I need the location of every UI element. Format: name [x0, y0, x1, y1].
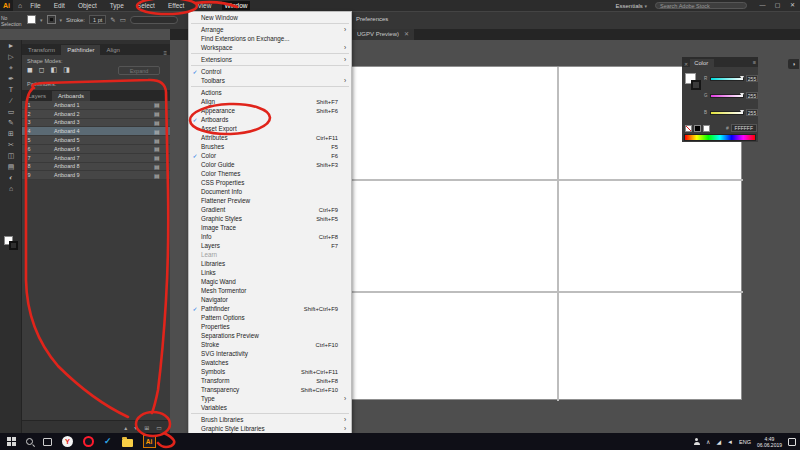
- green-slider[interactable]: [710, 94, 744, 98]
- menu-item-stroke[interactable]: StrokeCtrl+F10: [189, 340, 351, 349]
- menu-type[interactable]: Type: [108, 1, 126, 10]
- menu-item-artboards[interactable]: ✓Artboards: [189, 115, 351, 124]
- tool-icon[interactable]: ✒: [0, 73, 22, 84]
- artboard-row[interactable]: 2Artboard 2▤: [22, 110, 170, 119]
- people-icon[interactable]: [693, 438, 700, 445]
- menu-item-flattener-preview[interactable]: Flattener Preview: [189, 196, 351, 205]
- document-tab[interactable]: UGPV Preview) ✕: [352, 29, 414, 40]
- artboard-page-icon[interactable]: ▤: [154, 154, 170, 161]
- artboard-page-icon[interactable]: ▤: [154, 119, 170, 126]
- red-slider[interactable]: [710, 77, 744, 81]
- artboard-page-icon[interactable]: ▤: [154, 145, 170, 152]
- menu-window[interactable]: Window: [222, 1, 249, 10]
- menu-item-toolbars[interactable]: Toolbars›: [189, 76, 351, 85]
- color-panel-tab[interactable]: Color: [690, 59, 714, 67]
- tab-pathfinder[interactable]: Pathfinder: [61, 45, 100, 55]
- slider-handle[interactable]: [740, 110, 744, 114]
- none-swatch[interactable]: [685, 125, 692, 132]
- file-explorer-icon[interactable]: [122, 439, 133, 447]
- menu-item-variables[interactable]: Variables: [189, 403, 351, 412]
- yandex-browser-icon[interactable]: Y: [62, 436, 73, 447]
- menu-item-pathfinder[interactable]: ✓PathfinderShift+Ctrl+F9: [189, 304, 351, 313]
- stroke-color-box[interactable]: [9, 241, 18, 250]
- tool-icon[interactable]: ▤: [0, 161, 22, 172]
- artboard-row[interactable]: 8Artboard 8▤: [22, 163, 170, 172]
- tab-align[interactable]: Align: [100, 45, 125, 55]
- menu-item-graphic-styles[interactable]: Graphic StylesShift+F5: [189, 214, 351, 223]
- slider-handle[interactable]: [740, 76, 744, 80]
- tool-icon[interactable]: ►: [0, 40, 22, 51]
- move-up-button[interactable]: ▴: [124, 424, 127, 431]
- artboard-row[interactable]: 5Artboard 5▤: [22, 136, 170, 145]
- menu-item-svg-interactivity[interactable]: SVG Interactivity: [189, 349, 351, 358]
- artboard-row[interactable]: 4Artboard 4▤: [22, 127, 170, 136]
- artboard-page-icon[interactable]: ▤: [154, 172, 170, 179]
- minimize-button[interactable]: —: [755, 0, 770, 11]
- tab-transform[interactable]: Transform: [22, 45, 61, 55]
- red-value[interactable]: 255: [746, 75, 758, 82]
- hidden-icons-chevron[interactable]: ∧: [706, 438, 710, 445]
- menu-item-transparency[interactable]: TransparencyShift+Ctrl+F10: [189, 385, 351, 394]
- artboard-page-icon[interactable]: ▤: [154, 101, 170, 108]
- menu-item-brush-libraries[interactable]: Brush Libraries›: [189, 415, 351, 424]
- workspace-switcher[interactable]: Essentials ▾: [615, 3, 647, 9]
- stroke-swatch[interactable]: [47, 15, 56, 24]
- menu-item-align[interactable]: AlignShift+F7: [189, 97, 351, 106]
- language-indicator[interactable]: ENG: [739, 439, 751, 445]
- white-swatch[interactable]: [703, 125, 710, 132]
- menu-item-css-properties[interactable]: CSS Properties: [189, 178, 351, 187]
- opera-icon[interactable]: [83, 436, 94, 447]
- artboard-row[interactable]: 7Artboard 7▤: [22, 154, 170, 163]
- menu-item-pattern-options[interactable]: Pattern Options: [189, 313, 351, 322]
- artboard-row[interactable]: 9Artboard 9▤: [22, 171, 170, 180]
- maximize-button[interactable]: ▢: [770, 0, 785, 11]
- hex-value-field[interactable]: FFFFFF: [731, 124, 757, 132]
- close-button[interactable]: ✕: [785, 0, 800, 11]
- network-icon[interactable]: ◢: [716, 438, 721, 445]
- menu-item-gradient[interactable]: GradientCtrl+F9: [189, 205, 351, 214]
- shape-mode-icon[interactable]: ◼: [27, 66, 33, 74]
- search-input[interactable]: Search Adobe Stock: [655, 2, 747, 9]
- tool-icon[interactable]: ✎: [0, 117, 22, 128]
- menu-item-control[interactable]: ✓Control: [189, 67, 351, 76]
- style-icon[interactable]: ▭: [120, 16, 126, 24]
- volume-icon[interactable]: ◄: [727, 439, 733, 445]
- menu-item-workspace[interactable]: Workspace›: [189, 43, 351, 52]
- menu-edit[interactable]: Edit: [52, 1, 67, 10]
- artboard-row[interactable]: 6Artboard 6▤: [22, 145, 170, 154]
- menu-item-graphic-style-libraries[interactable]: Graphic Style Libraries›: [189, 424, 351, 433]
- fill-stroke-indicator[interactable]: [4, 236, 18, 250]
- menu-item-magic-wand[interactable]: Magic Wand: [189, 277, 351, 286]
- tool-icon[interactable]: T: [0, 84, 22, 95]
- telegram-icon[interactable]: ✓: [104, 436, 112, 447]
- menu-item-separations-preview[interactable]: Separations Preview: [189, 331, 351, 340]
- shape-mode-icon[interactable]: ◧: [51, 66, 58, 74]
- menu-item-color-guide[interactable]: Color GuideShift+F3: [189, 160, 351, 169]
- chevron-down-icon[interactable]: ▾: [60, 17, 63, 23]
- menu-item-navigator[interactable]: Navigator: [189, 295, 351, 304]
- illustrator-taskbar-icon[interactable]: Ai: [143, 435, 156, 448]
- tool-icon[interactable]: ⌖: [0, 62, 22, 73]
- tool-icon[interactable]: ◐: [0, 172, 22, 183]
- tool-icon[interactable]: ⌂: [0, 183, 22, 194]
- move-down-button[interactable]: ▾: [134, 424, 137, 431]
- menu-item-links[interactable]: Links: [189, 268, 351, 277]
- menu-item-info[interactable]: InfoCtrl+F8: [189, 232, 351, 241]
- taskbar-search-icon[interactable]: [26, 438, 33, 445]
- black-swatch[interactable]: [694, 125, 701, 132]
- shape-mode-icon[interactable]: ◨: [63, 66, 70, 74]
- stroke-weight-select[interactable]: 1 pt: [89, 15, 106, 24]
- artboard-row[interactable]: 1Artboard 1▤: [22, 101, 170, 110]
- chevron-down-icon[interactable]: ▾: [40, 17, 43, 23]
- menu-item-color-themes[interactable]: Color Themes: [189, 169, 351, 178]
- fill-swatch[interactable]: [27, 15, 36, 24]
- action-center-icon[interactable]: [788, 438, 796, 446]
- menu-item-type[interactable]: Type›: [189, 394, 351, 403]
- variable-width-profile-select[interactable]: [130, 16, 178, 24]
- new-artboard-button[interactable]: ⊞: [144, 424, 149, 431]
- menu-object[interactable]: Object: [76, 1, 99, 10]
- artboard-page-icon[interactable]: ▤: [154, 137, 170, 144]
- menu-view[interactable]: View: [195, 1, 213, 10]
- tab-layers[interactable]: Layers: [22, 91, 52, 101]
- fill-stroke-indicator[interactable]: ◩⇄: [685, 73, 703, 91]
